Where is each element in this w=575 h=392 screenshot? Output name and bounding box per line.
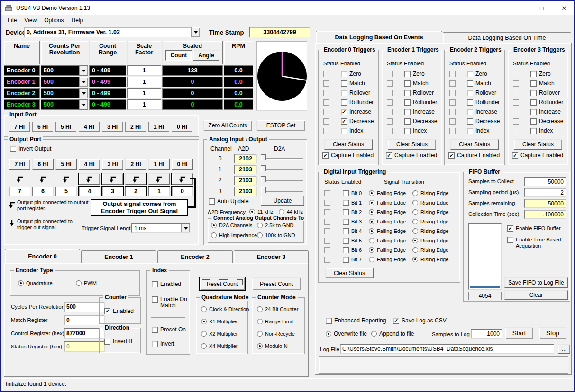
enabled-checkbox[interactable]: [343, 238, 349, 244]
sampling-period-input[interactable]: 2: [524, 188, 566, 197]
enhanced-reporting-checkbox[interactable]: Enhanced Reporting: [326, 318, 386, 324]
scale-factor-input[interactable]: 1: [127, 65, 161, 76]
enabled-checkbox[interactable]: [467, 71, 473, 77]
rising-edge-radio[interactable]: [412, 219, 418, 224]
enabled-checkbox[interactable]: [404, 109, 411, 115]
route-arrow-pin-0[interactable]: [172, 173, 193, 185]
enabled-checkbox[interactable]: [343, 228, 349, 234]
falling-edge-radio[interactable]: [369, 219, 374, 224]
output-pin-4-button[interactable]: 4 HI: [79, 159, 100, 170]
enabled-checkbox[interactable]: [467, 128, 473, 134]
scale-factor-input[interactable]: 1: [127, 77, 161, 87]
capture-enabled-checkbox[interactable]: Capture Enabled: [512, 152, 563, 159]
preset-count-button[interactable]: Preset Count: [252, 277, 301, 290]
chevron-down-icon[interactable]: [79, 89, 88, 98]
x2-multiplier-radio[interactable]: X2 Multiplier: [201, 331, 238, 337]
reset-count-button[interactable]: Reset Count: [200, 277, 245, 290]
fifo-clear-button[interactable]: Clear: [504, 290, 568, 300]
menu-view[interactable]: View: [20, 16, 40, 25]
clear-status-button[interactable]: Clear Status: [450, 139, 499, 150]
start-button[interactable]: Start: [505, 327, 533, 339]
overwrite-file-radio[interactable]: Overwrite file: [326, 331, 367, 337]
rising-edge-radio[interactable]: [412, 257, 418, 262]
cpr-select[interactable]: 500: [41, 99, 88, 110]
enable-time-based-checkbox[interactable]: Enable Time Based Acquisition: [507, 237, 565, 249]
tab-encoder-3[interactable]: Encoder 3: [234, 250, 309, 263]
minimize-icon[interactable]: –: [512, 2, 527, 14]
chevron-down-icon[interactable]: [191, 27, 200, 37]
counter-enabled-checkbox[interactable]: Enabled: [104, 308, 134, 314]
close-icon[interactable]: ✕: [557, 2, 572, 14]
falling-edge-radio[interactable]: [369, 190, 374, 196]
rising-edge-radio[interactable]: [412, 209, 418, 215]
samples-to-log-input[interactable]: 1000: [471, 329, 502, 339]
tab-logging-events[interactable]: Data Logging Based On Events: [316, 31, 442, 43]
enabled-checkbox[interactable]: [343, 219, 349, 225]
slider-thumb[interactable]: [261, 176, 266, 185]
append-file-radio[interactable]: Append to file: [371, 331, 414, 337]
route-arrow-pin-1[interactable]: [148, 173, 170, 185]
rising-edge-radio[interactable]: [412, 190, 418, 196]
falling-edge-radio[interactable]: [369, 200, 374, 205]
slider-thumb[interactable]: [261, 187, 266, 196]
enabled-checkbox[interactable]: [530, 80, 537, 87]
invert-b-checkbox[interactable]: Invert B: [104, 339, 132, 345]
browse-button[interactable]: ...: [558, 344, 570, 354]
update-button[interactable]: Update: [261, 196, 304, 206]
enabled-checkbox[interactable]: [530, 99, 537, 106]
enabled-checkbox[interactable]: [530, 128, 537, 134]
falling-edge-radio[interactable]: [369, 228, 374, 234]
chevron-down-icon[interactable]: [79, 77, 88, 87]
index-enabled-checkbox[interactable]: Enabled: [152, 281, 181, 287]
output-pin-5-button[interactable]: 5 HI: [55, 159, 77, 170]
preset-on-checkbox[interactable]: Preset On: [152, 327, 186, 333]
output-pin-7-button[interactable]: 7 HI: [9, 159, 30, 170]
scaled-count-button[interactable]: Count: [165, 50, 192, 61]
enabled-checkbox[interactable]: [343, 247, 349, 253]
menu-file[interactable]: File: [4, 16, 20, 25]
route-arrow-pin-7[interactable]: [9, 173, 30, 185]
range-limit-radio[interactable]: Range-Limit: [257, 319, 293, 325]
enabled-checkbox[interactable]: [530, 109, 537, 115]
stop-button[interactable]: Stop: [539, 327, 566, 339]
trigger-length-select[interactable]: 1 ms: [131, 223, 190, 233]
falling-edge-radio[interactable]: [369, 238, 374, 243]
d2a-slider-2[interactable]: [261, 176, 303, 185]
route-arrow-pin-5[interactable]: [55, 173, 77, 185]
clear-status-button[interactable]: Clear Status: [514, 139, 562, 150]
enabled-checkbox[interactable]: [341, 71, 347, 77]
chevron-down-icon[interactable]: [79, 100, 88, 109]
gnd-2k5-radio[interactable]: 2.5k to GND.: [257, 223, 295, 229]
output-pin-1-button[interactable]: 1 HI: [148, 159, 170, 170]
enabled-checkbox[interactable]: [404, 128, 411, 134]
samples-to-collect-input[interactable]: 50000: [524, 177, 566, 186]
enabled-checkbox[interactable]: [467, 109, 473, 115]
enabled-checkbox[interactable]: [530, 118, 537, 125]
cpr-select[interactable]: 500: [41, 65, 88, 76]
falling-edge-radio[interactable]: [369, 209, 374, 215]
maximize-icon[interactable]: □: [534, 2, 549, 14]
enabled-checkbox[interactable]: [341, 118, 347, 125]
enabled-checkbox[interactable]: [343, 209, 349, 215]
enabled-checkbox[interactable]: [404, 71, 411, 77]
scale-factor-input[interactable]: 1: [127, 99, 161, 110]
slider-thumb[interactable]: [261, 154, 266, 163]
capture-enabled-checkbox[interactable]: Capture Enabled: [386, 152, 437, 159]
index-invert-checkbox[interactable]: Invert: [152, 341, 174, 347]
estop-set-button[interactable]: ESTOP Set: [256, 120, 305, 131]
zero-all-counts-button[interactable]: Zero All Counts: [203, 120, 252, 131]
output-pin-6-button[interactable]: 6 HI: [32, 159, 54, 170]
tab-encoder-0[interactable]: Encoder 0: [5, 249, 80, 263]
x1-multiplier-radio[interactable]: X1 Multiplier: [201, 319, 238, 325]
invert-output-checkbox[interactable]: Invert Output: [10, 146, 51, 152]
menu-options[interactable]: Options: [40, 16, 67, 25]
enabled-checkbox[interactable]: [341, 99, 347, 106]
enabled-checkbox[interactable]: [404, 90, 411, 96]
tab-logging-time[interactable]: Data Logging Based On Time: [443, 32, 571, 43]
enable-on-match-checkbox[interactable]: Enable On Match: [152, 296, 189, 309]
enabled-checkbox[interactable]: [467, 80, 473, 87]
scale-factor-input[interactable]: 1: [127, 88, 161, 98]
save-fifo-button[interactable]: Save FIFO to Log File: [504, 277, 568, 288]
enabled-checkbox[interactable]: [341, 80, 347, 87]
clear-status-button[interactable]: Clear Status: [388, 139, 436, 150]
